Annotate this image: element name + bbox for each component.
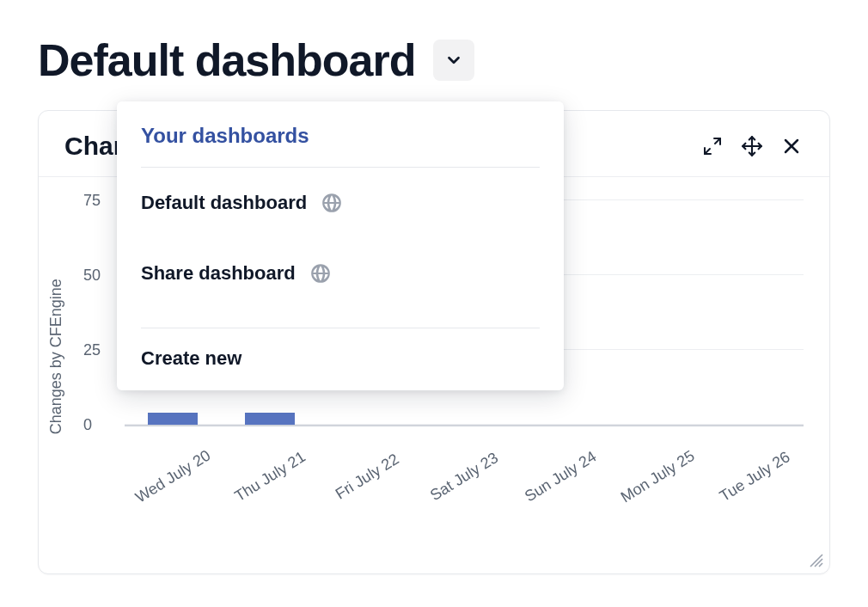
y-tick: 0 [83, 416, 92, 434]
expand-icon [702, 136, 723, 156]
y-tick: 50 [83, 267, 101, 285]
move-button[interactable] [740, 134, 764, 158]
resize-icon [805, 549, 824, 568]
resize-handle[interactable] [805, 549, 824, 568]
dashboard-option-share[interactable]: Share dashboard [117, 238, 564, 309]
dashboard-picker-toggle[interactable] [433, 40, 474, 81]
dashboard-option-default[interactable]: Default dashboard [117, 168, 564, 238]
bar [245, 413, 295, 425]
chevron-down-icon [444, 51, 463, 70]
svg-line-7 [815, 559, 822, 567]
move-icon [741, 135, 763, 157]
x-tick: Wed July 20 [127, 444, 219, 511]
x-tick: Thu July 21 [224, 444, 316, 511]
globe-icon [321, 192, 343, 214]
x-tick: Fri July 22 [321, 444, 413, 511]
expand-button[interactable] [700, 134, 724, 158]
dashboard-option-label: Share dashboard [141, 262, 296, 285]
y-tick: 75 [83, 192, 101, 210]
dropdown-heading: Your dashboards [117, 119, 564, 148]
create-new-dashboard[interactable]: Create new [117, 328, 564, 378]
y-axis-label: Changes by CFEngine [47, 279, 65, 434]
bar-column [706, 186, 804, 425]
globe-icon [309, 262, 332, 285]
gridline [125, 424, 804, 425]
x-tick: Mon July 25 [612, 444, 704, 511]
page-title: Default dashboard [38, 34, 416, 86]
x-tick: Tue July 26 [709, 444, 801, 511]
x-tick: Sun July 24 [515, 444, 607, 511]
dashboard-option-label: Default dashboard [141, 192, 307, 214]
svg-line-8 [819, 563, 822, 567]
y-tick: 25 [83, 341, 101, 359]
bar-column [609, 186, 706, 425]
bar [148, 413, 198, 425]
close-button[interactable] [779, 134, 804, 158]
close-icon [781, 136, 802, 156]
dashboard-dropdown: Your dashboards Default dashboard Share … [117, 101, 564, 390]
x-tick: Sat July 23 [419, 444, 510, 511]
